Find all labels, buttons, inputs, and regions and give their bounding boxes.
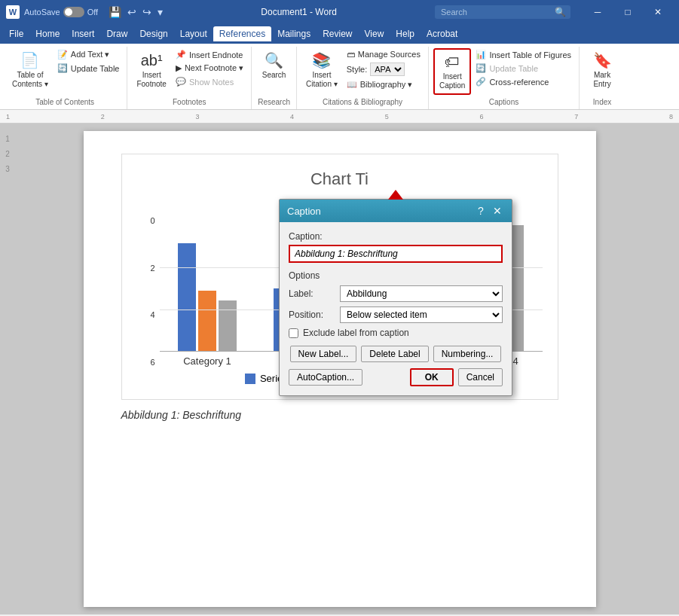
insert-footnote-label: InsertFootnote [136,71,166,89]
chart-title: Chart Ti [137,169,543,189]
caption-input-wrapper [289,245,503,263]
insert-table-figures-button[interactable]: 📊 Insert Table of Figures [473,48,574,61]
ribbon-group-research: 🔍 Search Research [252,47,297,109]
ruler: 12345678 [0,110,679,124]
title-bar: W AutoSave Off 💾 ↩ ↪ ▾ Document1 - Word … [0,0,679,24]
mark-entry-icon: 🔖 [593,51,612,69]
toc-button[interactable]: 📄 Table ofContents ▾ [8,48,53,92]
dialog-close-button[interactable]: ✕ [491,204,504,218]
menu-review[interactable]: Review [317,26,358,41]
caption-text: Abbildung 1: Beschriftung [121,409,558,421]
maximize-button[interactable]: □ [613,0,643,24]
toc-label: Table ofContents ▾ [12,71,48,89]
citation-icon: 📚 [312,51,331,69]
manage-sources-icon: 🗃 [347,50,355,59]
search-button[interactable]: 🔍 Search [258,48,291,83]
bibliography-icon: 📖 [347,80,357,90]
undo-icon[interactable]: ↩ [127,6,136,18]
captions-group-label: Captions [489,95,518,106]
insert-citation-button[interactable]: 📚 InsertCitation ▾ [301,48,342,92]
add-text-button[interactable]: 📝 Add Text ▾ [54,48,123,61]
cancel-button[interactable]: Cancel [458,368,503,386]
mark-entry-label: MarkEntry [593,71,610,89]
title-bar-left: W AutoSave Off 💾 ↩ ↪ ▾ [6,5,163,19]
title-bar-icons: 💾 ↩ ↪ ▾ [109,6,163,18]
captions-small-buttons: 📊 Insert Table of Figures 🔄 Update Table… [473,48,574,88]
ok-button[interactable]: OK [410,368,454,386]
label-row: Label: Abbildung Figure Table [289,285,503,302]
mark-entry-button[interactable]: 🔖 MarkEntry [586,48,619,92]
more-icon[interactable]: ▾ [158,6,163,18]
redo-icon[interactable]: ↪ [142,6,151,18]
exclude-label-row: Exclude label from caption [289,328,503,338]
caption-input[interactable] [290,246,501,261]
update-table-captions-button[interactable]: 🔄 Update Table [473,62,574,75]
style-dropdown[interactable]: Style: APA [344,61,424,78]
label-select[interactable]: Abbildung Figure Table [340,285,503,302]
ribbon-group-captions: 🏷 InsertCaption 📊 Insert Table of Figure… [429,47,580,109]
update-table-button[interactable]: 🔄 Update Table [54,62,123,75]
search-ribbon-icon: 🔍 [265,51,283,69]
manage-sources-label: Manage Sources [358,50,421,59]
position-field-label: Position: [289,310,340,320]
minimize-button[interactable]: ─ [583,0,613,24]
dialog-titlebar-buttons: ? ✕ [474,204,504,218]
manage-sources-button[interactable]: 🗃 Manage Sources [344,48,424,60]
cross-reference-button[interactable]: 🔗 Cross-reference [473,75,574,88]
menu-draw[interactable]: Draw [100,26,133,41]
search-icon: 🔍 [555,7,566,17]
bibliography-button[interactable]: 📖 Bibliography ▾ [344,78,424,91]
insert-footnote-button[interactable]: ab¹ InsertFootnote [132,48,170,92]
ruler-content: 12345678 [6,113,673,120]
menu-acrobat[interactable]: Acrobat [421,26,463,41]
caption-input-label: Caption: [289,231,503,242]
yaxis-2: 2 [137,264,155,273]
close-button[interactable]: ✕ [643,0,673,24]
next-footnote-button[interactable]: ▶ Next Footnote ▾ [173,62,246,75]
search-input[interactable] [435,5,570,19]
autocaption-button[interactable]: AutoCaption... [289,369,362,386]
captions-group-content: 🏷 InsertCaption 📊 Insert Table of Figure… [433,48,574,95]
footnote-small-buttons: 📌 Insert Endnote ▶ Next Footnote ▾ 💬 Sho… [173,48,246,88]
bibliography-label: Bibliography ▾ [360,80,413,90]
doc-left-numbers: 1 2 3 [0,124,15,614]
insert-endnote-button[interactable]: 📌 Insert Endnote [173,48,246,61]
menu-help[interactable]: Help [390,26,421,41]
citation-small-buttons: 🗃 Manage Sources Style: APA 📖 Bibliograp… [344,48,424,91]
insert-caption-label: InsertCaption [439,72,465,90]
menu-layout[interactable]: Layout [174,26,213,41]
button-row-1: New Label... Delete Label Numbering... [289,346,503,362]
menu-references[interactable]: References [213,26,271,41]
style-select[interactable]: APA [370,63,405,76]
numbering-button[interactable]: Numbering... [433,346,502,362]
position-select[interactable]: Below selected item Above selected item [340,306,503,323]
ribbon: 📄 Table ofContents ▾ 📝 Add Text ▾ 🔄 Upda… [0,44,679,110]
position-row: Position: Below selected item Above sele… [289,306,503,323]
exclude-label-checkbox[interactable] [289,328,298,338]
insert-caption-button[interactable]: 🏷 InsertCaption [435,50,469,93]
label-field-label: Label: [289,288,340,299]
doc-num-2: 2 [5,146,10,161]
new-label-button[interactable]: New Label... [290,346,357,362]
delete-label-button[interactable]: Delete Label [361,346,428,362]
save-icon[interactable]: 💾 [109,6,121,18]
show-notes-label: Show Notes [189,78,234,87]
show-notes-icon: 💬 [176,77,186,87]
toc-group-label: Table of Contents [35,95,94,106]
table-figures-label: Insert Table of Figures [489,50,571,59]
menu-view[interactable]: View [359,26,390,41]
autosave-toggle[interactable] [63,7,84,17]
menu-mailings[interactable]: Mailings [271,26,317,41]
show-notes-button[interactable]: 💬 Show Notes [173,75,246,88]
menu-home[interactable]: Home [29,26,66,41]
menu-file[interactable]: File [3,26,29,41]
menu-design[interactable]: Design [133,26,173,41]
yaxis-6: 6 [137,358,155,367]
cross-ref-icon: 🔗 [476,77,486,87]
insert-caption-highlight: 🏷 InsertCaption [433,48,471,95]
index-group-label: Index [593,95,611,106]
dialog-help-button[interactable]: ? [474,204,488,218]
next-footnote-label: Next Footnote ▾ [185,63,243,73]
caption-dialog[interactable]: Caption ? ✕ Caption: Options Label: Abbi… [279,199,512,396]
menu-insert[interactable]: Insert [66,26,100,41]
